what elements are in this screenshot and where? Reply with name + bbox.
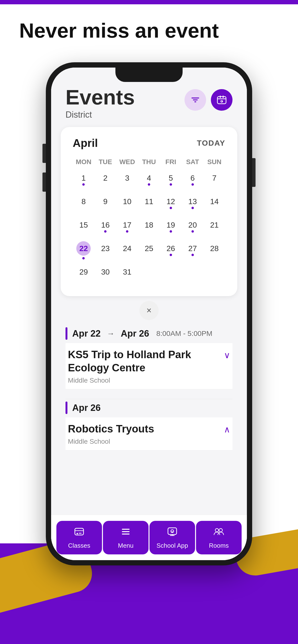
calendar-icon (216, 95, 227, 105)
cal-day-10[interactable]: 10 (117, 192, 137, 214)
event-1-content: KS5 Trip to Holland Park Ecology Centre … (68, 348, 207, 384)
cal-day-22[interactable]: 22 (74, 240, 93, 261)
event-2-date-bar (66, 402, 67, 414)
event-1-card[interactable]: KS5 Trip to Holland Park Ecology Centre … (66, 343, 232, 389)
svg-rect-10 (75, 528, 83, 535)
volume-down-button (43, 172, 46, 192)
svg-rect-16 (168, 528, 177, 534)
filter-button[interactable] (185, 89, 206, 111)
event-2-card[interactable]: Robotics Tryouts Middle School ∧ (66, 417, 232, 450)
cal-day-4[interactable]: 4 (139, 169, 159, 191)
nav-classes-button[interactable]: Classes (56, 521, 102, 554)
cal-day-31[interactable]: 31 (117, 263, 137, 284)
cal-day-21[interactable]: 21 (205, 216, 224, 238)
event-2-content: Robotics Tryouts Middle School (68, 422, 154, 446)
nav-menu-button[interactable]: Menu (103, 521, 148, 554)
phone-frame: Events District (46, 62, 252, 566)
cal-day-20[interactable]: 20 (183, 216, 202, 238)
calendar-month: April (73, 136, 98, 150)
event-2-school: Middle School (68, 438, 154, 446)
cal-day-8[interactable]: 8 (74, 192, 93, 214)
cal-day-2[interactable]: 2 (96, 169, 115, 191)
top-bar (0, 0, 298, 4)
calendar-week-3: 15 16 17 18 19 20 21 (73, 216, 225, 238)
event-1-date-start: Apr 22 (72, 328, 100, 339)
day-header-wed: WED (117, 157, 137, 167)
event-item-2: Apr 26 Robotics Tryouts Middle School ∧ (66, 402, 232, 450)
cal-day-17[interactable]: 17 (117, 216, 137, 238)
svg-rect-4 (220, 96, 221, 98)
cal-day-23[interactable]: 23 (96, 240, 115, 261)
svg-rect-15 (122, 534, 129, 534)
day-header-fri: FRI (161, 157, 181, 167)
school-app-icon (167, 526, 178, 540)
close-calendar-button[interactable]: × (139, 301, 159, 320)
cal-day-1[interactable]: 1 (74, 169, 93, 191)
cal-day-16[interactable]: 16 (96, 216, 115, 238)
svg-rect-5 (223, 96, 224, 98)
cal-day-6[interactable]: 6 (183, 169, 202, 191)
cal-day-9[interactable]: 9 (96, 192, 115, 214)
cal-day-13[interactable]: 13 (183, 192, 202, 214)
cal-day-28[interactable]: 28 (205, 240, 224, 261)
event-2-collapse-icon[interactable]: ∧ (224, 424, 230, 434)
calendar-day-headers: MON TUE WED THU FRI SAT SUN (73, 157, 225, 167)
svg-rect-9 (221, 100, 222, 102)
filter-icon (191, 95, 200, 105)
svg-rect-2 (194, 101, 196, 102)
bottom-nav: Classes Menu (51, 514, 247, 560)
classes-icon (73, 526, 85, 540)
events-title: Events (66, 87, 135, 108)
calendar-header: April TODAY (73, 136, 225, 150)
svg-rect-1 (193, 100, 198, 100)
screen-content: Events District (51, 68, 247, 560)
svg-point-11 (77, 533, 78, 534)
svg-rect-13 (122, 529, 129, 530)
events-subtitle: District (66, 110, 135, 120)
svg-point-19 (219, 528, 222, 532)
cal-day-7[interactable]: 7 (205, 169, 224, 191)
cal-day-25[interactable]: 25 (139, 240, 159, 261)
rooms-icon (213, 526, 225, 540)
volume-up-button (43, 144, 46, 163)
cal-day-19[interactable]: 19 (161, 216, 181, 238)
calendar-week-2: 8 9 10 11 12 13 14 (73, 192, 225, 214)
nav-school-app-button[interactable]: School App (150, 521, 195, 554)
cal-day-29[interactable]: 29 (74, 263, 93, 284)
event-1-date-row: Apr 22 → Apr 26 8:00AM - 5:00PM (66, 327, 232, 340)
cal-day-5[interactable]: 5 (161, 169, 181, 191)
event-2-title: Robotics Tryouts (68, 422, 154, 435)
cal-day-empty-1 (139, 263, 159, 284)
cal-day-3[interactable]: 3 (117, 169, 137, 191)
rooms-label: Rooms (209, 542, 229, 549)
events-list: Apr 22 → Apr 26 8:00AM - 5:00PM KS5 Trip… (51, 322, 247, 465)
cal-day-14[interactable]: 14 (205, 192, 224, 214)
event-item-1: Apr 22 → Apr 26 8:00AM - 5:00PM KS5 Trip… (66, 327, 232, 389)
cal-day-11[interactable]: 11 (139, 192, 159, 214)
cal-day-12[interactable]: 12 (161, 192, 181, 214)
calendar-grid: MON TUE WED THU FRI SAT SUN 1 2 3 4 (73, 157, 225, 284)
cal-day-30[interactable]: 30 (96, 263, 115, 284)
cal-day-15[interactable]: 15 (74, 216, 93, 238)
cal-day-empty-3 (183, 263, 202, 284)
event-1-date-end: Apr 26 (121, 328, 149, 339)
cal-day-26[interactable]: 26 (161, 240, 181, 261)
event-1-date-bar (66, 327, 67, 340)
calendar-week-1: 1 2 3 4 5 6 7 (73, 169, 225, 191)
menu-icon (120, 526, 131, 540)
classes-label: Classes (68, 542, 90, 549)
phone-notch (115, 68, 183, 82)
event-1-expand-icon[interactable]: ∨ (224, 350, 230, 360)
cal-day-18[interactable]: 18 (139, 216, 159, 238)
day-header-tue: TUE (96, 157, 115, 167)
cal-day-27[interactable]: 27 (183, 240, 202, 261)
calendar-view-button[interactable] (211, 89, 232, 111)
calendar-today-button[interactable]: TODAY (197, 139, 225, 148)
svg-rect-12 (79, 533, 82, 534)
event-1-arrow: → (107, 329, 114, 338)
svg-rect-14 (122, 531, 129, 532)
event-divider (66, 399, 232, 399)
nav-rooms-button[interactable]: Rooms (196, 521, 242, 554)
cal-day-24[interactable]: 24 (117, 240, 137, 261)
svg-rect-6 (217, 98, 226, 99)
